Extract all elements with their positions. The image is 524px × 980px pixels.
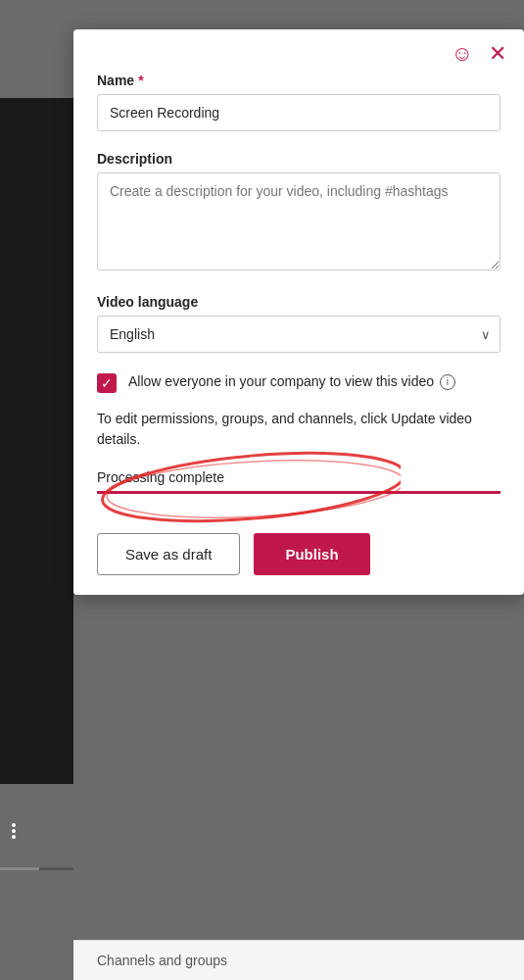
emoji-icon: ☺: [452, 43, 473, 65]
video-language-label: Video language: [97, 294, 500, 310]
publish-button[interactable]: Publish: [254, 533, 369, 575]
name-label: Name *: [97, 73, 500, 88]
permissions-container: To edit permissions, groups, and channel…: [97, 409, 500, 450]
processing-section: Processing complete: [97, 469, 500, 494]
channels-footer: Channels and groups: [73, 940, 524, 980]
modal-footer: Save as draft Publish: [73, 517, 524, 595]
allow-everyone-row: ✓ Allow everyone in your company to view…: [97, 372, 500, 393]
info-icon[interactable]: i: [440, 374, 455, 390]
progress-bar-fill: [0, 867, 39, 870]
allow-everyone-checkbox[interactable]: ✓: [97, 373, 117, 393]
permissions-text: To edit permissions, groups, and channel…: [97, 409, 500, 450]
language-select-wrapper: English Spanish French German ∨: [97, 316, 500, 353]
checkmark-icon: ✓: [101, 376, 113, 390]
required-indicator: *: [138, 73, 143, 88]
three-dots-icon: [12, 823, 16, 839]
processing-bar-fill: [97, 491, 500, 494]
description-label: Description: [97, 151, 500, 167]
modal-header: ☺ ✕: [73, 29, 524, 73]
allow-everyone-label: Allow everyone in your company to view t…: [128, 372, 455, 392]
name-input[interactable]: [97, 94, 500, 131]
left-panel: [0, 98, 73, 784]
save-draft-button[interactable]: Save as draft: [97, 533, 240, 575]
close-icon: ✕: [489, 43, 506, 65]
language-select[interactable]: English Spanish French German: [97, 316, 500, 353]
processing-label: Processing complete: [97, 469, 500, 485]
close-button[interactable]: ✕: [489, 43, 506, 65]
emoji-button[interactable]: ☺: [452, 43, 473, 65]
modal-dialog: ☺ ✕ Name * Description Video language: [73, 29, 524, 595]
processing-bar-background: [97, 491, 500, 494]
description-section: Description: [97, 151, 500, 274]
progress-bar-background: [0, 867, 73, 870]
video-language-section: Video language English Spanish French Ge…: [97, 294, 500, 353]
name-section: Name *: [97, 73, 500, 131]
modal-body: Name * Description Video language Englis…: [73, 73, 524, 517]
description-input[interactable]: [97, 172, 500, 270]
